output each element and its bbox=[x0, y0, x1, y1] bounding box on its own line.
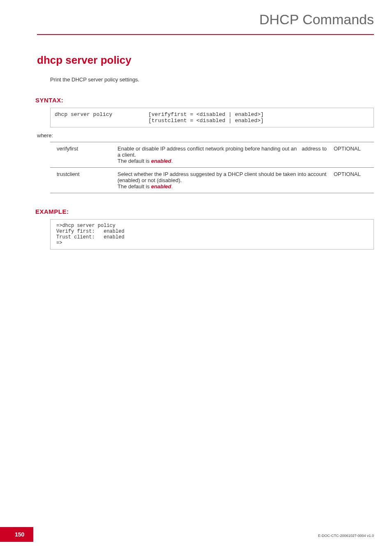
table-row: verifyfirst Enable or disable IP address… bbox=[50, 142, 374, 168]
param-default-value: enabled bbox=[151, 158, 171, 164]
footer: 150 E-DOC-CTC-20061027-0004 v1.0 bbox=[0, 527, 392, 542]
command-title: dhcp server policy bbox=[37, 54, 374, 67]
param-default-line: The default is bbox=[118, 158, 151, 164]
param-name: trustclient bbox=[50, 168, 118, 193]
where-label: where: bbox=[37, 132, 374, 139]
table-row: trustclient Select whether the IP addres… bbox=[50, 168, 374, 193]
doc-reference: E-DOC-CTC-20061027-0004 v1.0 bbox=[318, 534, 374, 538]
command-description: Print the DHCP server policy settings. bbox=[50, 76, 374, 83]
page-number-badge: 150 bbox=[0, 527, 33, 542]
param-name: verifyfirst bbox=[50, 142, 118, 168]
syntax-args: [verifyfirst = <disabled | enabled>] [tr… bbox=[148, 111, 369, 124]
param-req: OPTIONAL bbox=[334, 168, 374, 193]
syntax-box: dhcp server policy [verifyfirst = <disab… bbox=[50, 108, 374, 127]
param-default-after: . bbox=[171, 158, 173, 164]
param-default-value: enabled bbox=[151, 183, 171, 190]
params-table: verifyfirst Enable or disable IP address… bbox=[50, 142, 374, 193]
example-label: EXAMPLE: bbox=[35, 208, 374, 215]
syntax-label: SYNTAX: bbox=[35, 97, 374, 104]
example-box: =>dhcp server policy Verify first: enabl… bbox=[50, 219, 374, 250]
param-default-line: The default is bbox=[118, 183, 151, 190]
syntax-command: dhcp server policy bbox=[55, 111, 148, 124]
param-req: OPTIONAL bbox=[334, 142, 374, 168]
param-desc: Select whether the IP address suggested … bbox=[118, 168, 334, 193]
param-desc-text: Enable or disable IP address conflict ne… bbox=[118, 146, 297, 152]
param-desc: Enable or disable IP address conflict ne… bbox=[118, 142, 334, 168]
param-desc-text: Select whether the IP address suggested … bbox=[118, 171, 326, 183]
param-default-after: . bbox=[171, 183, 173, 190]
page-header-title: DHCP Commands bbox=[259, 12, 374, 27]
